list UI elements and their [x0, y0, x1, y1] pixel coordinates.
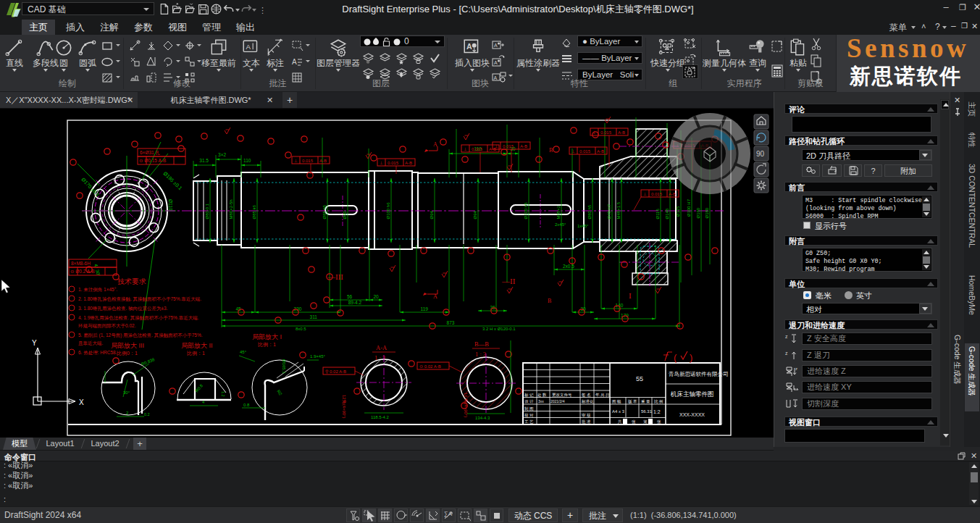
svg-text:年.月.日: 年.月.日	[595, 393, 610, 398]
svg-text:签 名: 签 名	[582, 393, 591, 398]
svg-text:A-A: A-A	[376, 344, 388, 351]
svg-text:⊥: ⊥	[495, 144, 498, 148]
svg-text:审 核: 审 核	[582, 413, 591, 417]
svg-text:⊥: ⊥	[380, 161, 383, 165]
svg-text:青岛新思诺软件有限公司: 青岛新思诺软件有限公司	[669, 371, 729, 377]
svg-text:Ø148: Ø148	[665, 208, 669, 219]
svg-text:4. 1.9锥孔用涂色法检查. 其接触面积不小于75%.靠近: 4. 1.9锥孔用涂色法检查. 其接触面积不小于75%.靠近大端.	[78, 315, 199, 321]
svg-text:0.8: 0.8	[243, 403, 250, 407]
svg-text:z: z	[785, 334, 788, 339]
svg-text:3xx: 3xx	[538, 399, 544, 403]
svg-text:局部放大 II: 局部放大 II	[181, 342, 213, 349]
svg-text:A: A	[466, 42, 472, 51]
svg-text:1.2: 1.2	[221, 391, 225, 397]
svg-text:0.015: 0.015	[600, 130, 612, 135]
svg-text:0.015: 0.015	[472, 147, 483, 151]
svg-text:Ø165.3: Ø165.3	[282, 359, 286, 374]
svg-text:Ø160: Ø160	[696, 207, 700, 218]
svg-text:6×Ø31 孔: 6×Ø31 孔	[140, 150, 160, 156]
svg-text:2x0.5: 2x0.5	[563, 264, 574, 269]
svg-text:⊥: ⊥	[294, 159, 298, 163]
svg-text:A: A	[494, 43, 498, 48]
svg-text:45°: 45°	[240, 350, 247, 354]
svg-text:局部放大 III: 局部放大 III	[111, 342, 144, 349]
svg-text:0.015: 0.015	[388, 161, 399, 165]
svg-text:31.5: 31.5	[199, 158, 209, 163]
svg-text:Ø100 h5: Ø100 h5	[524, 202, 528, 219]
svg-text:制 图: 制 图	[524, 406, 534, 411]
svg-text:更改文件号: 更改文件号	[552, 393, 572, 397]
svg-text:90: 90	[756, 150, 765, 158]
svg-text:118.5-4.2: 118.5-4.2	[371, 415, 390, 419]
svg-text:Ø94: Ø94	[473, 210, 477, 219]
svg-text:8×M8-6H: 8×M8-6H	[71, 261, 91, 266]
svg-text:Y: Y	[32, 339, 37, 347]
svg-text:Ø180: Ø180	[705, 207, 709, 218]
svg-text:z: z	[785, 351, 788, 356]
svg-text:0.015: 0.015	[302, 159, 314, 163]
svg-text:Ø110: Ø110	[168, 199, 173, 211]
svg-text:0.015: 0.015	[579, 149, 591, 154]
svg-text:Ø45 H7: Ø45 H7	[607, 204, 611, 219]
svg-text:A-B: A-B	[520, 144, 527, 148]
svg-text:1:2: 1:2	[653, 409, 661, 414]
svg-text:0.015: 0.015	[651, 192, 663, 196]
svg-text:比 例: 比 例	[654, 399, 663, 404]
svg-text:A-B: A-B	[618, 130, 625, 135]
svg-text:A-B: A-B	[405, 161, 412, 165]
svg-text:B—B: B—B	[474, 340, 489, 348]
svg-text:图 幅: 图 幅	[612, 399, 621, 404]
svg-text:A: A	[494, 60, 498, 65]
svg-text:1.9×45°: 1.9×45°	[310, 354, 326, 359]
svg-text:重 量: 重 量	[641, 399, 650, 403]
svg-text:Ø100 H7: Ø100 H7	[687, 198, 691, 217]
svg-text:Ø115: Ø115	[676, 206, 680, 217]
svg-text:A: A	[433, 141, 437, 148]
svg-text:): )	[690, 352, 692, 363]
svg-text:比例0：1: 比例0：1	[117, 351, 138, 356]
svg-text:Ø90: Ø90	[343, 210, 347, 219]
svg-text:共: 共	[617, 419, 622, 424]
svg-text:⊙ Ø0.15 A-B: ⊙ Ø0.15 A-B	[139, 158, 166, 163]
svg-text:A-B: A-B	[597, 149, 604, 154]
svg-text:工 艺: 工 艺	[524, 419, 534, 424]
svg-text:局部放大 I: 局部放大 I	[252, 333, 282, 340]
svg-text:技术要求: 技术要求	[117, 277, 146, 285]
svg-text:校 对: 校 对	[524, 413, 534, 417]
svg-text:55: 55	[636, 375, 643, 382]
svg-text:设 计: 设 计	[524, 399, 534, 403]
svg-text:B: B	[548, 298, 551, 304]
svg-text:Ø85 h5: Ø85 h5	[322, 204, 327, 219]
svg-text:I: I	[629, 291, 632, 300]
svg-text:A: A	[246, 43, 251, 51]
svg-text:第: 第	[643, 419, 648, 424]
svg-text:A4 x 3: A4 x 3	[612, 409, 625, 414]
svg-text:标准化: 标准化	[581, 399, 594, 404]
svg-text:12角(4×90°): 12角(4×90°)	[342, 395, 346, 419]
svg-text:环规与端面间隙不大于0.02.: 环规与端面间隙不大于0.02.	[78, 323, 136, 329]
svg-text:1x45°: 1x45°	[577, 224, 589, 228]
svg-text:Ø80 h5: Ø80 h5	[587, 204, 592, 219]
svg-text:Ø115: Ø115	[656, 209, 660, 219]
svg-text:张: 张	[657, 419, 661, 424]
svg-text:⊥: ⊥	[571, 149, 575, 154]
svg-text:0.2: 0.2	[144, 412, 150, 417]
svg-text:XXX-XXXX: XXX-XXXX	[679, 412, 705, 417]
svg-text:⊥: ⊥	[464, 147, 467, 151]
svg-text:B: B	[549, 147, 553, 154]
svg-text:比例：1: 比例：1	[258, 342, 276, 348]
svg-text:⊙ 0.02 A-B: ⊙ 0.02 A-B	[419, 364, 441, 369]
svg-text:M80×2-5h: M80×2-5h	[229, 199, 233, 219]
svg-text:—III: —III	[327, 272, 343, 281]
svg-text:Sensnow: Sensnow	[847, 38, 969, 62]
svg-text:873: 873	[447, 320, 455, 325]
svg-text:标 记: 标 记	[524, 393, 534, 398]
svg-text:—II: —II	[501, 277, 516, 285]
svg-text:89-4.2: 89-4.2	[348, 300, 362, 305]
svg-text:2021/2/4: 2021/2/4	[550, 399, 565, 403]
svg-text:∑A: ∑A	[444, 511, 453, 517]
svg-text:z: z	[795, 367, 797, 371]
svg-text:且靠近大端.: 且靠近大端.	[78, 340, 104, 346]
svg-text:(: (	[674, 352, 677, 363]
svg-text:Ø85 k6: Ø85 k6	[252, 204, 256, 219]
